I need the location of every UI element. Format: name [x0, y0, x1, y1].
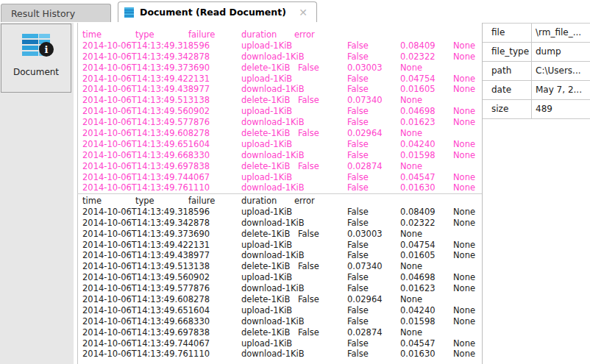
log-cell: 2014-10-06T14:13:49.342878: [82, 51, 210, 63]
log-cell: 0.04547: [400, 338, 436, 349]
log-cell: 2014-10-06T14:13:49.744067: [82, 338, 210, 349]
log-cell: False: [298, 229, 319, 240]
log-cell: False: [298, 128, 319, 139]
log-line: 2014-10-06T14:13:49.373690delete-1KiBFal…: [78, 229, 482, 240]
log-cell: time: [82, 196, 102, 207]
log-cell: 2014-10-06T14:13:49.560902: [82, 106, 210, 117]
log-cell: 0.02874: [347, 161, 383, 172]
log-cell: 0.08409: [400, 40, 436, 51]
log-cell: False: [347, 182, 369, 193]
tab-result-history[interactable]: Result History: [1, 4, 111, 22]
log-cell: error: [294, 196, 315, 207]
close-icon[interactable]: ✕: [299, 7, 308, 18]
log-cell: False: [347, 106, 369, 117]
log-cell: False: [347, 117, 369, 128]
log-cell: download-1KiB: [241, 218, 305, 229]
log-cell: None: [453, 305, 475, 316]
log-cell: 2014-10-06T14:13:49.342878: [82, 218, 210, 229]
log-cell: None: [453, 51, 475, 63]
tab-label: Document (Read Document): [140, 7, 286, 18]
log-cell: None: [453, 84, 475, 95]
properties-column-divider: [531, 24, 532, 119]
log-line: 2014-10-06T14:13:49.342878download-1KiBF…: [78, 218, 482, 229]
log-output-plain: timetypefailuredurationerror2014-10-06T1…: [78, 194, 482, 364]
log-cell: upload-1KiB: [241, 172, 292, 183]
log-cell: False: [347, 139, 369, 150]
log-cell: False: [347, 84, 369, 95]
log-cell: 2014-10-06T14:13:49.438977: [82, 84, 210, 95]
log-line: 2014-10-06T14:13:49.668330download-1KiBF…: [78, 150, 482, 161]
log-cell: None: [400, 63, 422, 74]
log-line: 2014-10-06T14:13:49.438977download-1KiBF…: [78, 250, 482, 261]
log-cell: 0.07340: [347, 95, 383, 106]
log-line: 2014-10-06T14:13:49.422131upload-1KiBFal…: [78, 240, 482, 251]
log-cell: duration: [241, 196, 277, 207]
log-cell: upload-1KiB: [241, 106, 292, 117]
log-cell: False: [298, 261, 319, 272]
log-cell: None: [453, 218, 475, 229]
log-cell: False: [347, 74, 369, 85]
log-cell: None: [400, 128, 422, 139]
log-cell: type: [135, 196, 154, 207]
log-cell: 0.04754: [400, 240, 436, 251]
log-cell: delete-1KiB: [241, 327, 290, 338]
property-value: dump: [536, 46, 561, 57]
log-cell: None: [453, 250, 475, 261]
log-cell: 2014-10-06T14:13:49.422131: [82, 74, 210, 85]
log-cell: download-1KiB: [241, 84, 305, 95]
log-line: 2014-10-06T14:13:49.697838delete-1KiBFal…: [78, 161, 482, 172]
log-cell: upload-1KiB: [241, 40, 292, 51]
log-cell: 0.04547: [400, 172, 436, 183]
log-cell: 2014-10-06T14:13:49.651604: [82, 305, 210, 316]
log-cell: 0.04240: [400, 305, 436, 316]
log-cell: delete-1KiB: [241, 261, 290, 272]
log-cell: False: [347, 51, 369, 63]
log-cell: 0.08409: [400, 207, 436, 218]
sidebar-item-document[interactable]: i Document: [1, 24, 71, 93]
log-cell: False: [347, 150, 369, 161]
log-cell: duration: [241, 29, 277, 40]
log-cell: 0.01605: [400, 84, 436, 95]
log-cell: None: [453, 182, 475, 193]
log-cell: upload-1KiB: [241, 338, 292, 349]
log-cell: 2014-10-06T14:13:49.577876: [82, 283, 210, 294]
log-cell: delete-1KiB: [241, 229, 290, 240]
log-cell: None: [400, 161, 422, 172]
log-cell: 2014-10-06T14:13:49.513138: [82, 261, 210, 272]
log-line: 2014-10-06T14:13:49.373690delete-1KiBFal…: [78, 63, 482, 74]
tab-label: Result History: [11, 8, 75, 19]
log-cell: False: [347, 305, 369, 316]
log-cell: 0.01630: [400, 182, 436, 193]
log-cell: None: [453, 240, 475, 251]
log-cell: 2014-10-06T14:13:49.577876: [82, 117, 210, 128]
property-value: C:\Users...: [536, 65, 581, 76]
log-cell: False: [347, 218, 369, 229]
log-cell: None: [453, 117, 475, 128]
log-cell: None: [453, 172, 475, 183]
log-cell: download-1KiB: [241, 316, 305, 327]
log-line: 2014-10-06T14:13:49.577876download-1KiBF…: [78, 283, 482, 294]
log-line: 2014-10-06T14:13:49.560902upload-1KiBFal…: [78, 272, 482, 283]
log-line: 2014-10-06T14:13:49.668330download-1KiBF…: [78, 316, 482, 327]
log-cell: False: [347, 283, 369, 294]
log-cell: download-1KiB: [241, 250, 305, 261]
log-cell: download-1KiB: [241, 182, 305, 193]
property-value: May 7, 2...: [536, 85, 582, 95]
log-line: 2014-10-06T14:13:49.744067upload-1KiBFal…: [78, 172, 482, 183]
log-cell: type: [135, 29, 154, 40]
log-cell: False: [298, 161, 319, 172]
property-key: file: [491, 27, 505, 38]
log-cell: 0.01623: [400, 117, 436, 128]
log-cell: download-1KiB: [241, 51, 305, 63]
app-window: Result History Document (Read Document) …: [0, 0, 590, 364]
log-cell: None: [400, 327, 422, 338]
log-cell: upload-1KiB: [241, 139, 292, 150]
log-cell: 0.02322: [400, 218, 436, 229]
tab-document[interactable]: Document (Read Document) ✕: [118, 1, 317, 22]
log-cell: None: [400, 294, 422, 305]
log-line: 2014-10-06T14:13:49.608278delete-1KiBFal…: [78, 294, 482, 305]
log-cell: 0.01605: [400, 250, 436, 261]
log-line: timetypefailuredurationerror: [78, 196, 482, 207]
log-cell: 0.04698: [400, 272, 436, 283]
log-line: 2014-10-06T14:13:49.513138delete-1KiBFal…: [78, 261, 482, 272]
